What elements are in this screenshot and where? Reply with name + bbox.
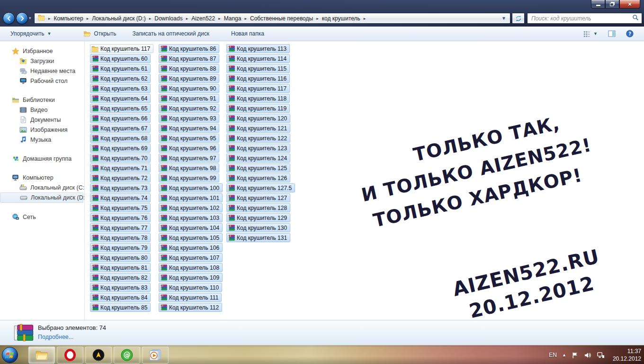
open-button[interactable]: Открыть <box>79 28 121 39</box>
rar-file-item[interactable]: Код крушитель 75 <box>90 203 151 212</box>
rar-file-item[interactable]: Код крушитель 115 <box>226 64 290 73</box>
rar-file-item[interactable]: Код крушитель 117 <box>226 84 290 93</box>
rar-file-item[interactable]: Код крушитель 84 <box>90 293 151 302</box>
start-button[interactable] <box>1 346 18 364</box>
rar-file-item[interactable]: Код крушитель 92 <box>159 104 219 113</box>
rar-file-item[interactable]: Код крушитель 94 <box>159 124 219 133</box>
rar-file-item[interactable]: Код крушитель 100 <box>159 183 223 192</box>
rar-file-item[interactable]: Код крушитель 111 <box>159 293 222 302</box>
rar-file-item[interactable]: Код крушитель 125 <box>226 164 290 173</box>
rar-file-item[interactable]: Код крушитель 61 <box>90 64 151 73</box>
rar-file-item[interactable]: Код крушитель 98 <box>159 164 219 173</box>
rar-file-item[interactable]: Код крушитель 63 <box>90 84 151 93</box>
back-button[interactable] <box>3 12 15 24</box>
sidebar-item-computer[interactable]: Компьютер <box>0 173 84 182</box>
taskbar-explorer-button[interactable] <box>28 346 55 364</box>
rar-file-item[interactable]: Код крушитель 127 <box>226 193 290 202</box>
rar-file-item[interactable]: Код крушитель 112 <box>159 303 222 312</box>
rar-file-item[interactable]: Код крушитель 110 <box>159 283 222 292</box>
rar-file-item[interactable]: Код крушитель 70 <box>90 154 151 163</box>
rar-file-item[interactable]: Код крушитель 124 <box>226 154 290 163</box>
rar-file-item[interactable]: Код крушитель 123 <box>226 144 290 153</box>
rar-file-item[interactable]: Код крушитель 122 <box>226 134 290 143</box>
rar-file-item[interactable]: Код крушитель 89 <box>159 74 219 83</box>
change-view-button[interactable]: ▼ <box>581 28 599 39</box>
rar-file-item[interactable]: Код крушитель 82 <box>90 273 151 282</box>
sidebar-item-pictures[interactable]: Изображения <box>0 125 84 135</box>
taskbar-mailru-agent-button[interactable]: @ <box>114 346 140 364</box>
breadcrumb-segment[interactable]: Downloads <box>153 15 183 22</box>
recent-pages-chevron[interactable]: ▾ <box>29 16 31 20</box>
close-button[interactable]: × <box>619 0 640 9</box>
rar-file-item[interactable]: Код крушитель 118 <box>226 94 290 103</box>
rar-file-item[interactable]: Код крушитель 114 <box>226 54 290 63</box>
rar-file-item[interactable]: Код крушитель 108 <box>159 263 223 272</box>
rar-file-item[interactable]: Код крушитель 74 <box>90 193 151 202</box>
rar-file-item[interactable]: Код крушитель 109 <box>159 273 223 282</box>
sidebar-item-music[interactable]: Музыка <box>0 135 84 145</box>
rar-file-item[interactable]: Код крушитель 102 <box>159 203 223 212</box>
rar-file-item[interactable]: Код крушитель 71 <box>90 164 151 173</box>
rar-file-item[interactable]: Код крушитель 91 <box>159 94 219 103</box>
rar-file-item[interactable]: Код крушитель 113 <box>226 44 290 53</box>
sidebar-item-documents[interactable]: Документы <box>0 115 84 125</box>
sidebar-item-network[interactable]: Сеть <box>0 212 84 222</box>
rar-file-item[interactable]: Код крушитель 87 <box>159 54 219 63</box>
rar-file-item[interactable]: Код крушитель 88 <box>159 64 219 73</box>
rar-file-item[interactable]: Код крушитель 73 <box>90 183 151 192</box>
rar-file-item[interactable]: Код крушитель 86 <box>159 44 219 53</box>
breadcrumb-segment[interactable]: Локальный диск (D:) <box>91 15 147 22</box>
network-icon[interactable] <box>597 352 605 359</box>
address-dropdown-chevron[interactable]: ▼ <box>500 16 508 21</box>
taskbar-opera-button[interactable] <box>57 346 83 364</box>
rar-file-item[interactable]: Код крушитель 128 <box>226 203 290 212</box>
rar-file-item[interactable]: Код крушитель 103 <box>159 213 223 222</box>
sidebar-item-disk-windows[interactable]: Локальный диск (C:) <box>0 182 84 192</box>
breadcrumb-segment[interactable]: Manga <box>223 15 242 22</box>
sidebar-item-recent-places[interactable]: Недавние места <box>0 66 84 76</box>
taskbar-aimp-button[interactable] <box>85 346 112 364</box>
search-icon[interactable] <box>629 14 642 22</box>
rar-file-item[interactable]: Код крушитель 68 <box>90 134 151 143</box>
rar-file-item[interactable]: Код крушитель 127.5 <box>226 183 295 192</box>
hidden-icons-chevron[interactable]: ▲ <box>562 353 566 357</box>
sidebar-item-disk[interactable]: Локальный диск (D:) <box>0 192 83 203</box>
help-button[interactable]: ? <box>624 28 635 39</box>
sidebar-item-homegroup[interactable]: Домашняя группа <box>0 154 84 164</box>
restore-button[interactable] <box>605 0 619 9</box>
tray-clock[interactable]: 11:37 20.12.2012 <box>610 347 641 363</box>
rar-file-item[interactable]: Код крушитель 72 <box>90 173 151 182</box>
rar-file-item[interactable]: Код крушитель 90 <box>159 84 219 93</box>
details-more-link[interactable]: Подробнее... <box>38 334 73 340</box>
rar-file-item[interactable]: Код крушитель 104 <box>159 223 223 232</box>
rar-file-item[interactable]: Код крушитель 99 <box>159 173 219 182</box>
action-center-flag-icon[interactable] <box>572 352 579 359</box>
breadcrumb-segment[interactable]: Собственные переводы <box>249 15 314 22</box>
breadcrumb-segment[interactable]: код крушитель <box>321 15 361 22</box>
rar-file-item[interactable]: Код крушитель 131 <box>226 233 290 242</box>
rar-file-item[interactable]: Код крушитель 69 <box>90 144 151 153</box>
rar-file-item[interactable]: Код крушитель 101 <box>159 193 223 202</box>
sidebar-item-libraries[interactable]: Библиотеки <box>0 95 84 105</box>
rar-file-item[interactable]: Код крушитель 106 <box>159 243 223 252</box>
rar-file-item[interactable]: Код крушитель 116 <box>226 74 290 83</box>
preview-pane-button[interactable] <box>606 28 617 39</box>
taskbar-media-player-button[interactable] <box>142 346 169 364</box>
rar-file-item[interactable]: Код крушитель 65 <box>90 104 151 113</box>
address-bar[interactable]: ▸Компьютер▸Локальный диск (D:)▸Downloads… <box>34 13 510 24</box>
rar-file-item[interactable]: Код крушитель 105 <box>159 233 223 242</box>
sidebar-item-video[interactable]: Видео <box>0 105 84 115</box>
rar-file-item[interactable]: Код крушитель 121 <box>226 124 290 133</box>
rar-file-item[interactable]: Код крушитель 67 <box>90 124 151 133</box>
rar-file-item[interactable]: Код крушитель 64 <box>90 94 151 103</box>
rar-file-item[interactable]: Код крушитель 85 <box>90 303 151 312</box>
rar-file-item[interactable]: Код крушитель 80 <box>90 253 151 262</box>
minimize-button[interactable] <box>591 0 605 9</box>
rar-file-item[interactable]: Код крушитель 93 <box>159 114 219 123</box>
rar-file-item[interactable]: Код крушитель 120 <box>226 114 290 123</box>
search-input[interactable]: Поиск: код крушитель <box>527 13 642 24</box>
rar-file-item[interactable]: Код крушитель 129 <box>226 213 290 222</box>
rar-file-item[interactable]: Код крушитель 60 <box>90 54 151 63</box>
rar-file-item[interactable]: Код крушитель 96 <box>159 144 219 153</box>
organize-button[interactable]: Упорядочить▼ <box>6 28 56 39</box>
